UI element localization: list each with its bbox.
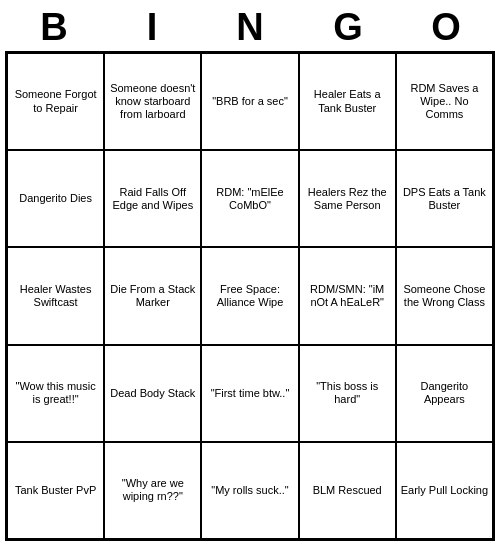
bingo-cell-12[interactable]: Free Space: Alliance Wipe xyxy=(201,247,298,344)
bingo-header: BINGO xyxy=(5,0,495,51)
header-letter-o: O xyxy=(401,6,491,49)
bingo-cell-5[interactable]: Dangerito Dies xyxy=(7,150,104,247)
bingo-cell-24[interactable]: Early Pull Locking xyxy=(396,442,493,539)
bingo-cell-14[interactable]: Someone Chose the Wrong Class xyxy=(396,247,493,344)
bingo-cell-11[interactable]: Die From a Stack Marker xyxy=(104,247,201,344)
bingo-cell-19[interactable]: Dangerito Appears xyxy=(396,345,493,442)
bingo-cell-1[interactable]: Someone doesn't know starboard from larb… xyxy=(104,53,201,150)
bingo-cell-9[interactable]: DPS Eats a Tank Buster xyxy=(396,150,493,247)
bingo-cell-15[interactable]: "Wow this music is great!!" xyxy=(7,345,104,442)
header-letter-g: G xyxy=(303,6,393,49)
bingo-cell-23[interactable]: BLM Rescued xyxy=(299,442,396,539)
bingo-cell-0[interactable]: Someone Forgot to Repair xyxy=(7,53,104,150)
header-letter-b: B xyxy=(9,6,99,49)
header-letter-n: N xyxy=(205,6,295,49)
bingo-cell-2[interactable]: "BRB for a sec" xyxy=(201,53,298,150)
bingo-cell-13[interactable]: RDM/SMN: "iM nOt A hEaLeR" xyxy=(299,247,396,344)
bingo-cell-4[interactable]: RDM Saves a Wipe.. No Comms xyxy=(396,53,493,150)
bingo-cell-7[interactable]: RDM: "mElEe CoMbO" xyxy=(201,150,298,247)
bingo-cell-10[interactable]: Healer Wastes Swiftcast xyxy=(7,247,104,344)
bingo-cell-8[interactable]: Healers Rez the Same Person xyxy=(299,150,396,247)
bingo-cell-22[interactable]: "My rolls suck.." xyxy=(201,442,298,539)
bingo-cell-16[interactable]: Dead Body Stack xyxy=(104,345,201,442)
bingo-cell-17[interactable]: "First time btw.." xyxy=(201,345,298,442)
bingo-cell-18[interactable]: "This boss is hard" xyxy=(299,345,396,442)
bingo-cell-20[interactable]: Tank Buster PvP xyxy=(7,442,104,539)
bingo-cell-21[interactable]: "Why are we wiping rn??" xyxy=(104,442,201,539)
bingo-cell-6[interactable]: Raid Falls Off Edge and Wipes xyxy=(104,150,201,247)
bingo-cell-3[interactable]: Healer Eats a Tank Buster xyxy=(299,53,396,150)
header-letter-i: I xyxy=(107,6,197,49)
bingo-grid: Someone Forgot to RepairSomeone doesn't … xyxy=(5,51,495,541)
